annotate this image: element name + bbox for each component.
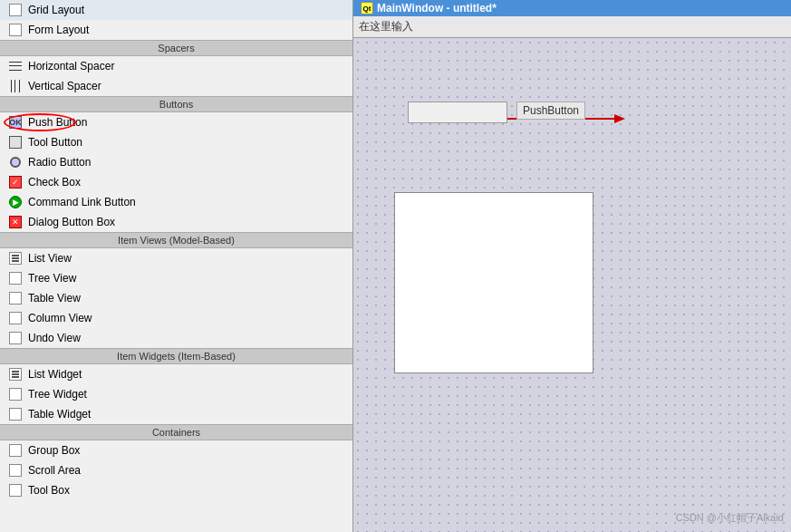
push-button-form-label: PushButton <box>516 102 585 120</box>
push-button-label: Push Button <box>28 116 87 129</box>
scroll-area-icon <box>7 462 24 479</box>
input-placeholder: 在这里输入 <box>359 20 413 33</box>
sidebar-item-tree-view[interactable]: Tree View <box>0 268 352 288</box>
sidebar-item-grid-layout[interactable]: Grid Layout <box>0 0 352 20</box>
form-canvas[interactable]: PushButton CSDN @小红帽子Alkaid <box>353 38 791 532</box>
undo-view-icon <box>7 330 24 346</box>
list-view-icon <box>7 250 24 266</box>
main-container: Grid Layout Form Layout Spacers Horizont… <box>0 0 791 532</box>
tree-widget-icon <box>7 386 24 402</box>
svg-marker-1 <box>614 114 625 123</box>
horizontal-spacer-icon <box>7 58 24 74</box>
sidebar-item-undo-view[interactable]: Undo View <box>0 328 352 348</box>
widget-panel: Grid Layout Form Layout Spacers Horizont… <box>0 0 353 532</box>
sidebar-item-group-box[interactable]: Group Box <box>0 440 352 460</box>
sidebar-item-form-layout[interactable]: Form Layout <box>0 20 352 40</box>
table-widget-label: Table Widget <box>28 408 91 421</box>
containers-header: Containers <box>0 424 352 440</box>
tool-box-icon <box>7 482 24 498</box>
tree-view-icon <box>7 270 24 286</box>
table-view-label: Table View <box>28 292 81 305</box>
command-link-button-label: Command Link Button <box>28 196 136 208</box>
list-widget-label: List Widget <box>28 368 82 381</box>
sidebar-item-table-widget[interactable]: Table Widget <box>0 404 352 424</box>
sidebar-item-list-widget[interactable]: List Widget <box>0 364 352 384</box>
sidebar-item-list-view[interactable]: List View <box>0 248 352 268</box>
grid-layout-label: Grid Layout <box>28 4 84 16</box>
sidebar-item-command-link-button[interactable]: ▶ Command Link Button <box>0 192 352 212</box>
window-title: MainWindow - untitled* <box>377 2 497 15</box>
tool-button-icon <box>7 134 24 150</box>
dialog-button-box-label: Dialog Button Box <box>28 216 115 228</box>
item-views-header: Item Views (Model-Based) <box>0 232 352 248</box>
list-view-label: List View <box>28 252 72 265</box>
vertical-spacer-label: Vertical Spacer <box>28 80 101 92</box>
radio-button-label: Radio Button <box>28 156 91 169</box>
table-view-icon <box>7 290 24 306</box>
table-widget-icon <box>7 406 24 422</box>
sidebar-item-table-view[interactable]: Table View <box>0 288 352 308</box>
sidebar-item-tool-box[interactable]: Tool Box <box>0 480 352 500</box>
scroll-area-label: Scroll Area <box>28 464 81 477</box>
sidebar-item-vertical-spacer[interactable]: Vertical Spacer <box>0 76 352 96</box>
input-bar: 在这里输入 <box>353 16 791 38</box>
tool-box-label: Tool Box <box>28 484 70 497</box>
horizontal-spacer-label: Horizontal Spacer <box>28 60 114 73</box>
command-link-button-icon: ▶ <box>7 194 24 210</box>
tree-view-label: Tree View <box>28 272 76 285</box>
form-layout-label: Form Layout <box>28 24 89 36</box>
item-widgets-header: Item Widgets (Item-Based) <box>0 348 352 364</box>
sidebar-item-dialog-button-box[interactable]: ✕ Dialog Button Box <box>0 212 352 232</box>
grid-layout-icon <box>7 2 24 18</box>
sidebar-item-horizontal-spacer[interactable]: Horizontal Spacer <box>0 56 352 76</box>
column-view-icon <box>7 310 24 326</box>
group-box-label: Group Box <box>28 444 80 457</box>
form-layout-icon <box>7 22 24 38</box>
push-button-icon: OK <box>7 114 24 131</box>
vertical-spacer-icon <box>7 78 24 94</box>
tool-button-label: Tool Button <box>28 136 82 149</box>
group-box-icon <box>7 442 24 459</box>
check-box-icon: ✓ <box>7 174 24 190</box>
qt-icon: Qt <box>361 2 373 15</box>
buttons-header: Buttons <box>0 96 352 112</box>
column-view-label: Column View <box>28 312 92 324</box>
radio-button-icon <box>7 154 24 170</box>
form-rectangle <box>394 192 593 373</box>
list-widget-icon <box>7 366 24 382</box>
sidebar-item-tree-widget[interactable]: Tree Widget <box>0 384 352 404</box>
sidebar-item-tool-button[interactable]: Tool Button <box>0 132 352 152</box>
undo-view-label: Undo View <box>28 332 81 344</box>
placed-push-button[interactable] <box>408 102 507 123</box>
design-area: Qt MainWindow - untitled* 在这里输入 PushButt… <box>353 0 791 532</box>
dialog-button-box-icon: ✕ <box>7 214 24 230</box>
sidebar-item-scroll-area[interactable]: Scroll Area <box>0 460 352 480</box>
title-bar: Qt MainWindow - untitled* <box>353 0 791 16</box>
watermark: CSDN @小红帽子Alkaid <box>676 511 784 525</box>
sidebar-item-push-button[interactable]: OK Push Button <box>0 112 352 132</box>
spacers-header: Spacers <box>0 40 352 56</box>
check-box-label: Check Box <box>28 176 81 189</box>
sidebar-item-check-box[interactable]: ✓ Check Box <box>0 172 352 192</box>
sidebar-item-radio-button[interactable]: Radio Button <box>0 152 352 172</box>
tree-widget-label: Tree Widget <box>28 388 87 401</box>
sidebar-item-column-view[interactable]: Column View <box>0 308 352 328</box>
